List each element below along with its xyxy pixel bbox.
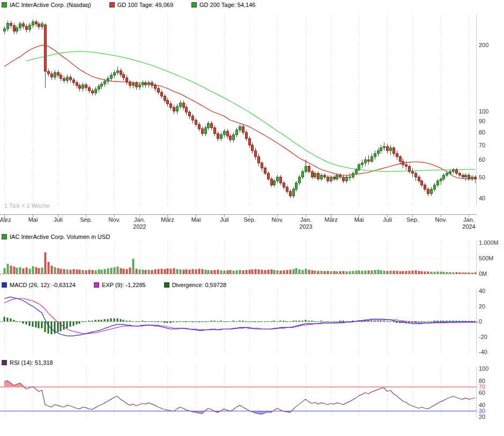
price-chart-legend: IAC InterActive Corp. (Nasdaq) GD 100 Ta… <box>2 1 273 9</box>
rsi-label: RSI (14): 51,318 <box>10 359 53 366</box>
symbol-label: IAC InterActive Corp. (Nasdaq) <box>10 2 91 8</box>
macd-label: MACD (26, 12): -0,63124 <box>10 282 76 288</box>
exp-label: EXP (9): -1,2285 <box>102 282 146 288</box>
macd-chart-legend: MACD (26, 12): -0,63124 EXP (9): -1,2285… <box>2 281 244 289</box>
gd100-label: GD 100 Tage: 49,069 <box>117 2 173 8</box>
legend-item-exp: EXP (9): -1,2285 <box>94 282 146 288</box>
legend-item-divergence: Divergence: 0,59728 <box>164 282 227 288</box>
gd200-label: GD 200 Tage: 54,146 <box>199 2 255 8</box>
legend-item-volume: IAC InterActive Corp. Volumen in USD <box>2 234 110 240</box>
legend-item-macd: MACD (26, 12): -0,63124 <box>2 282 76 288</box>
price-chart-canvas <box>0 9 504 232</box>
exp-color-swatch-icon <box>94 282 99 288</box>
volume-label: IAC InterActive Corp. Volumen in USD <box>10 234 110 240</box>
gd100-color-swatch-icon <box>109 2 115 7</box>
volume-chart-legend: IAC InterActive Corp. Volumen in USD <box>2 233 128 240</box>
volume-chart-canvas <box>0 240 504 279</box>
divergence-label: Divergence: 0,59728 <box>172 282 227 288</box>
macd-color-swatch-icon <box>2 282 7 288</box>
gd200-color-swatch-icon <box>191 2 197 7</box>
legend-item-symbol: IAC InterActive Corp. (Nasdaq) <box>2 2 91 8</box>
symbol-color-swatch-icon <box>2 2 7 7</box>
rsi-chart-legend: RSI (14): 51,318 <box>2 359 71 366</box>
legend-item-gd200: GD 200 Tage: 54,146 <box>191 2 255 8</box>
macd-chart-canvas <box>0 289 504 356</box>
rsi-chart-canvas <box>0 366 504 436</box>
stock-chart-page: IAC InterActive Corp. (Nasdaq) GD 100 Ta… <box>0 0 504 436</box>
rsi-color-swatch-icon <box>2 360 7 365</box>
volume-color-swatch-icon <box>2 234 7 239</box>
legend-item-rsi: RSI (14): 51,318 <box>2 359 53 366</box>
legend-item-gd100: GD 100 Tage: 49,069 <box>109 2 173 8</box>
divergence-color-swatch-icon <box>164 282 169 288</box>
